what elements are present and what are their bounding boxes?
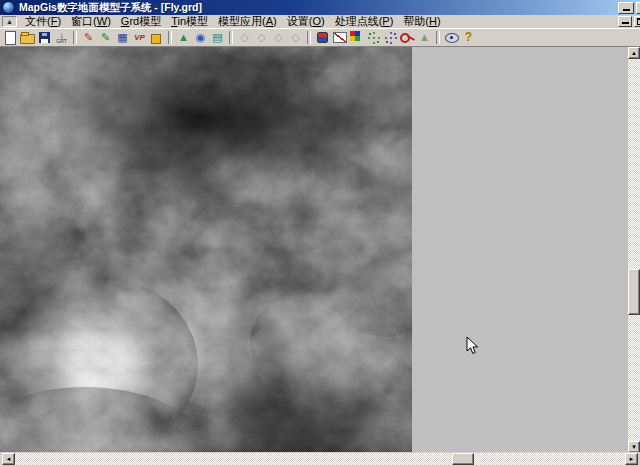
key-icon[interactable] <box>399 30 416 46</box>
rotate-view-3-icon: ◇ <box>274 32 282 43</box>
open-file-icon <box>20 34 35 44</box>
minimize-button[interactable] <box>618 2 634 14</box>
horizontal-scroll-track[interactable] <box>15 453 625 465</box>
menu-help[interactable]: 帮助(H) <box>398 15 445 28</box>
map-sheet-icon[interactable]: ▤ <box>209 30 226 46</box>
vp-view-icon[interactable]: VP <box>131 30 148 46</box>
vertical-scrollbar: ▲ ▼ <box>628 47 640 453</box>
profile-chart-icon[interactable] <box>331 30 348 46</box>
horizontal-scroll-thumb[interactable] <box>452 453 474 465</box>
map-sheet-icon: ▤ <box>212 32 222 43</box>
dem-terrain-image <box>0 47 412 452</box>
import-grt-icon[interactable]: ↓GRT <box>53 30 70 46</box>
key-icon <box>400 33 410 43</box>
app-window: MapGis数字地面模型子系统 - [Fly.grd] × ▲ 文件(F)窗口(… <box>0 0 640 466</box>
menu-bar: ▲ 文件(F)窗口(W)Grd模型Tin模型模型应用(A)设置(O)处理点线(P… <box>0 15 640 28</box>
scatter-green-icon <box>373 37 375 39</box>
mdi-client-area: ▲ ▼ ◄ ► <box>0 46 640 466</box>
green-pen-icon[interactable]: ✎ <box>97 30 114 46</box>
vertical-scroll-thumb[interactable] <box>628 269 640 315</box>
rotate-view-4-icon: ◇ <box>291 32 299 43</box>
mdi-minimize-button[interactable] <box>618 16 632 27</box>
profile-chart-icon <box>333 32 347 43</box>
vertical-scroll-track[interactable] <box>628 59 640 441</box>
scatter-green-icon[interactable] <box>365 30 382 46</box>
globe-view-icon[interactable]: ◉ <box>192 30 209 46</box>
new-file-icon[interactable] <box>2 30 19 46</box>
toolbar-separator <box>229 31 233 44</box>
toolbar-separator <box>73 31 77 44</box>
vp-view-icon: VP <box>134 32 145 43</box>
dem-raster-view[interactable] <box>0 47 412 452</box>
menu-file[interactable]: 文件(F) <box>20 15 66 28</box>
rotate-view-2-icon: ◇ <box>257 32 265 43</box>
palette-icon[interactable] <box>348 30 365 46</box>
title-bar: MapGis数字地面模型子系统 - [Fly.grd] × <box>0 0 640 15</box>
hillshade-icon: ▲ <box>419 32 430 43</box>
hillshade-icon[interactable]: ▲ <box>416 30 433 46</box>
green-pen-icon: ✎ <box>101 32 110 43</box>
toolbar-separator <box>168 31 172 44</box>
ink-bottle-icon[interactable] <box>314 30 331 46</box>
import-grt-icon: ↓GRT <box>56 32 66 44</box>
maximize-button[interactable] <box>636 2 640 14</box>
scroll-left-button[interactable]: ◄ <box>2 453 15 465</box>
scatter-blue-icon <box>390 37 392 39</box>
menu-model-apply[interactable]: 模型应用(A) <box>213 15 282 28</box>
toolbar: ↓GRT✎✎▦VP▲◉▤◇◇◇◇▲? <box>0 28 640 46</box>
rotate-view-1-icon: ◇ <box>236 30 253 46</box>
menu-items: 文件(F)窗口(W)Grd模型Tin模型模型应用(A)设置(O)处理点线(P)帮… <box>20 15 446 28</box>
layers-icon <box>151 34 161 44</box>
terrain-model-icon[interactable]: ▲ <box>175 30 192 46</box>
rotate-view-4-icon: ◇ <box>287 30 304 46</box>
window-controls: × <box>618 2 640 14</box>
ink-bottle-icon <box>317 32 328 43</box>
mdi-restore-button[interactable] <box>634 16 640 27</box>
rotate-view-1-icon: ◇ <box>240 32 248 43</box>
horizontal-scrollbar: ◄ ► <box>0 452 640 466</box>
mdi-window-controls: × <box>618 16 640 27</box>
red-pen-icon[interactable]: ✎ <box>80 30 97 46</box>
help-icon[interactable]: ? <box>460 30 477 46</box>
eye-icon <box>445 33 459 43</box>
mdi-child-icon[interactable]: ▲ <box>2 16 17 27</box>
app-logo-icon <box>2 1 15 14</box>
new-file-icon <box>5 31 16 45</box>
menu-tin-model[interactable]: Tin模型 <box>166 15 213 28</box>
grid-model-icon[interactable]: ▦ <box>114 30 131 46</box>
menu-settings[interactable]: 设置(O) <box>282 15 330 28</box>
eye-icon[interactable] <box>443 30 460 46</box>
mdi-minimize-icon <box>622 22 629 24</box>
open-file-icon[interactable] <box>19 30 36 46</box>
palette-icon <box>350 31 355 36</box>
window-title: MapGis数字地面模型子系统 - [Fly.grd] <box>19 1 202 15</box>
rotate-view-2-icon: ◇ <box>253 30 270 46</box>
minimize-icon <box>623 9 630 11</box>
help-icon: ? <box>465 32 472 43</box>
terrain-model-icon: ▲ <box>178 32 189 43</box>
red-pen-icon: ✎ <box>84 32 93 43</box>
toolbar-separator <box>436 31 440 44</box>
save-file-icon <box>39 32 50 43</box>
rotate-view-3-icon: ◇ <box>270 30 287 46</box>
toolbar-separator <box>307 31 311 44</box>
globe-view-icon: ◉ <box>196 32 206 43</box>
menu-grd-model[interactable]: Grd模型 <box>116 15 166 28</box>
scatter-blue-icon[interactable] <box>382 30 399 46</box>
menu-process-points[interactable]: 处理点线(P) <box>330 15 399 28</box>
grid-model-icon: ▦ <box>117 32 127 43</box>
scroll-up-button[interactable]: ▲ <box>628 47 640 59</box>
menu-window[interactable]: 窗口(W) <box>66 15 116 28</box>
save-file-icon[interactable] <box>36 30 53 46</box>
scroll-right-button[interactable]: ► <box>625 453 638 465</box>
layers-icon[interactable] <box>148 30 165 46</box>
